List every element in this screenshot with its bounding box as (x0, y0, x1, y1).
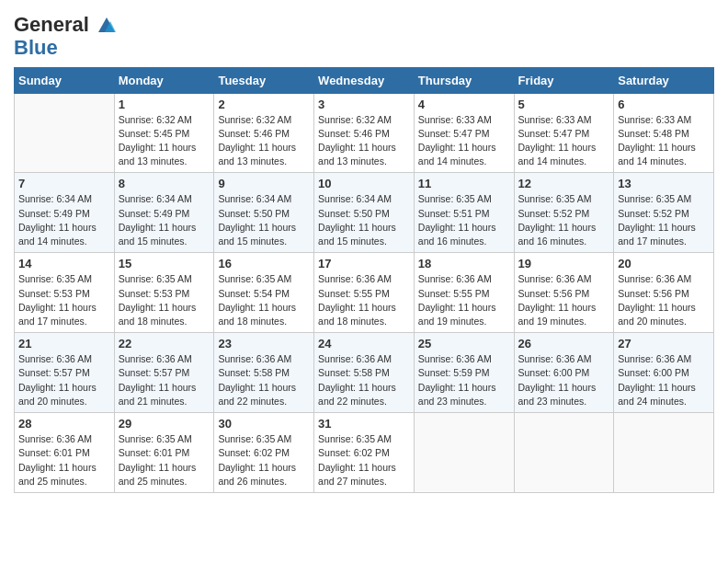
col-header-saturday: Saturday (614, 67, 714, 93)
day-info: Sunrise: 6:34 AM Sunset: 5:49 PM Dayligh… (18, 192, 110, 248)
col-header-friday: Friday (514, 67, 614, 93)
day-number: 6 (618, 98, 710, 111)
col-header-sunday: Sunday (15, 67, 115, 93)
day-info: Sunrise: 6:34 AM Sunset: 5:50 PM Dayligh… (318, 192, 410, 248)
calendar-cell: 4Sunrise: 6:33 AM Sunset: 5:47 PM Daylig… (414, 93, 514, 173)
day-number: 17 (318, 257, 410, 270)
day-number: 5 (518, 98, 610, 111)
day-info: Sunrise: 6:34 AM Sunset: 5:49 PM Dayligh… (119, 192, 210, 248)
day-info: Sunrise: 6:36 AM Sunset: 5:55 PM Dayligh… (318, 272, 410, 328)
day-number: 23 (218, 337, 310, 350)
day-info: Sunrise: 6:33 AM Sunset: 5:47 PM Dayligh… (518, 113, 610, 169)
day-number: 27 (618, 337, 710, 350)
col-header-wednesday: Wednesday (314, 67, 415, 93)
col-header-monday: Monday (114, 67, 214, 93)
calendar-cell: 13Sunrise: 6:35 AM Sunset: 5:52 PM Dayli… (614, 173, 714, 253)
day-number: 25 (418, 337, 510, 350)
calendar-cell: 20Sunrise: 6:36 AM Sunset: 5:56 PM Dayli… (614, 253, 714, 333)
page-container: General Blue SundayMondayTuesdayWednesda… (0, 0, 728, 507)
calendar-cell: 18Sunrise: 6:36 AM Sunset: 5:55 PM Dayli… (414, 253, 514, 333)
day-info: Sunrise: 6:35 AM Sunset: 6:02 PM Dayligh… (318, 432, 410, 488)
day-info: Sunrise: 6:36 AM Sunset: 5:58 PM Dayligh… (218, 352, 310, 408)
day-number: 22 (119, 337, 210, 350)
day-info: Sunrise: 6:35 AM Sunset: 6:01 PM Dayligh… (119, 432, 210, 488)
day-number: 30 (218, 417, 310, 431)
calendar-cell: 23Sunrise: 6:36 AM Sunset: 5:58 PM Dayli… (214, 333, 314, 413)
day-number: 2 (218, 98, 310, 111)
calendar-cell: 1Sunrise: 6:32 AM Sunset: 5:45 PM Daylig… (114, 93, 214, 173)
day-number: 21 (18, 337, 110, 350)
day-number: 29 (119, 417, 210, 431)
day-number: 15 (119, 257, 210, 270)
day-info: Sunrise: 6:36 AM Sunset: 5:57 PM Dayligh… (18, 352, 110, 408)
day-info: Sunrise: 6:32 AM Sunset: 5:46 PM Dayligh… (218, 113, 310, 169)
calendar-cell: 7Sunrise: 6:34 AM Sunset: 5:49 PM Daylig… (15, 173, 115, 253)
calendar-cell: 21Sunrise: 6:36 AM Sunset: 5:57 PM Dayli… (15, 333, 115, 413)
day-number: 8 (119, 177, 210, 190)
day-info: Sunrise: 6:35 AM Sunset: 5:52 PM Dayligh… (618, 192, 710, 248)
day-number: 14 (18, 257, 110, 270)
day-number: 4 (418, 98, 510, 111)
calendar-cell: 30Sunrise: 6:35 AM Sunset: 6:02 PM Dayli… (214, 413, 314, 493)
day-number: 26 (518, 337, 610, 350)
calendar-cell: 29Sunrise: 6:35 AM Sunset: 6:01 PM Dayli… (114, 413, 214, 493)
day-info: Sunrise: 6:35 AM Sunset: 6:02 PM Dayligh… (218, 432, 310, 488)
day-info: Sunrise: 6:36 AM Sunset: 6:01 PM Dayligh… (18, 432, 110, 488)
day-number: 13 (618, 177, 710, 190)
day-info: Sunrise: 6:35 AM Sunset: 5:54 PM Dayligh… (218, 272, 310, 328)
calendar-cell: 12Sunrise: 6:35 AM Sunset: 5:52 PM Dayli… (514, 173, 614, 253)
day-number: 28 (18, 417, 110, 431)
day-info: Sunrise: 6:36 AM Sunset: 5:55 PM Dayligh… (418, 272, 510, 328)
day-number: 3 (318, 98, 410, 111)
calendar-cell: 15Sunrise: 6:35 AM Sunset: 5:53 PM Dayli… (114, 253, 214, 333)
calendar-cell: 22Sunrise: 6:36 AM Sunset: 5:57 PM Dayli… (114, 333, 214, 413)
calendar-cell: 14Sunrise: 6:35 AM Sunset: 5:53 PM Dayli… (15, 253, 115, 333)
calendar-cell: 27Sunrise: 6:36 AM Sunset: 6:00 PM Dayli… (614, 333, 714, 413)
day-number: 24 (318, 337, 410, 350)
day-info: Sunrise: 6:36 AM Sunset: 6:00 PM Dayligh… (618, 352, 710, 408)
calendar-cell: 8Sunrise: 6:34 AM Sunset: 5:49 PM Daylig… (114, 173, 214, 253)
day-number: 11 (418, 177, 510, 190)
day-info: Sunrise: 6:35 AM Sunset: 5:53 PM Dayligh… (18, 272, 110, 328)
calendar-cell (614, 413, 714, 493)
calendar-header-row: SundayMondayTuesdayWednesdayThursdayFrid… (15, 67, 714, 93)
day-number: 12 (518, 177, 610, 190)
day-info: Sunrise: 6:32 AM Sunset: 5:46 PM Dayligh… (318, 113, 410, 169)
calendar-cell: 16Sunrise: 6:35 AM Sunset: 5:54 PM Dayli… (214, 253, 314, 333)
header: General Blue (14, 9, 714, 60)
day-number: 19 (518, 257, 610, 270)
calendar-cell: 28Sunrise: 6:36 AM Sunset: 6:01 PM Dayli… (15, 413, 115, 493)
day-info: Sunrise: 6:33 AM Sunset: 5:48 PM Dayligh… (618, 113, 710, 169)
day-number: 16 (218, 257, 310, 270)
day-info: Sunrise: 6:36 AM Sunset: 5:56 PM Dayligh… (518, 272, 610, 328)
day-number: 9 (218, 177, 310, 190)
day-number: 31 (318, 417, 410, 431)
calendar-cell: 31Sunrise: 6:35 AM Sunset: 6:02 PM Dayli… (314, 413, 415, 493)
day-info: Sunrise: 6:36 AM Sunset: 5:58 PM Dayligh… (318, 352, 410, 408)
calendar-cell: 9Sunrise: 6:34 AM Sunset: 5:50 PM Daylig… (214, 173, 314, 253)
calendar-cell: 19Sunrise: 6:36 AM Sunset: 5:56 PM Dayli… (514, 253, 614, 333)
day-info: Sunrise: 6:35 AM Sunset: 5:53 PM Dayligh… (119, 272, 210, 328)
calendar-table: SundayMondayTuesdayWednesdayThursdayFrid… (14, 67, 714, 493)
calendar-cell: 2Sunrise: 6:32 AM Sunset: 5:46 PM Daylig… (214, 93, 314, 173)
calendar-week-1: 1Sunrise: 6:32 AM Sunset: 5:45 PM Daylig… (15, 93, 714, 173)
day-info: Sunrise: 6:34 AM Sunset: 5:50 PM Dayligh… (218, 192, 310, 248)
day-info: Sunrise: 6:32 AM Sunset: 5:45 PM Dayligh… (119, 113, 210, 169)
col-header-thursday: Thursday (414, 67, 514, 93)
calendar-cell: 25Sunrise: 6:36 AM Sunset: 5:59 PM Dayli… (414, 333, 514, 413)
day-info: Sunrise: 6:36 AM Sunset: 5:56 PM Dayligh… (618, 272, 710, 328)
calendar-week-5: 28Sunrise: 6:36 AM Sunset: 6:01 PM Dayli… (15, 413, 714, 493)
calendar-cell: 24Sunrise: 6:36 AM Sunset: 5:58 PM Dayli… (314, 333, 415, 413)
calendar-cell (514, 413, 614, 493)
calendar-cell: 11Sunrise: 6:35 AM Sunset: 5:51 PM Dayli… (414, 173, 514, 253)
day-number: 18 (418, 257, 510, 270)
day-number: 7 (18, 177, 110, 190)
day-info: Sunrise: 6:35 AM Sunset: 5:52 PM Dayligh… (518, 192, 610, 248)
calendar-cell (414, 413, 514, 493)
calendar-week-3: 14Sunrise: 6:35 AM Sunset: 5:53 PM Dayli… (15, 253, 714, 333)
day-number: 20 (618, 257, 710, 270)
calendar-cell (15, 93, 115, 173)
logo-text: General (14, 13, 117, 36)
calendar-cell: 3Sunrise: 6:32 AM Sunset: 5:46 PM Daylig… (314, 93, 415, 173)
day-number: 1 (119, 98, 210, 111)
